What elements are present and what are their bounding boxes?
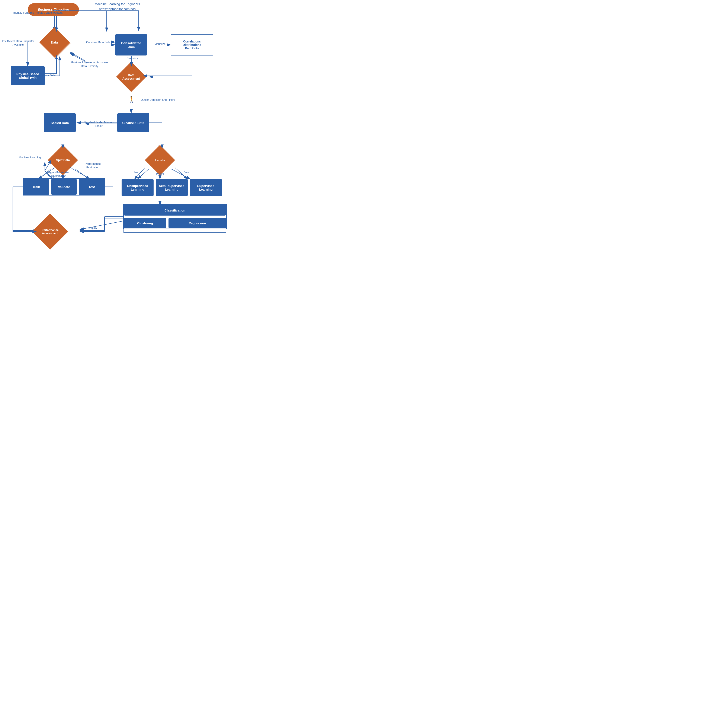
train-node: Train bbox=[23, 179, 49, 195]
split-data-label: Split Data bbox=[56, 158, 70, 162]
data-diamond-label: Data bbox=[51, 40, 58, 44]
no-label: No bbox=[132, 171, 140, 174]
regression-node: Regression bbox=[169, 218, 226, 228]
classification-node: Classification bbox=[124, 205, 226, 215]
combine-data-label: Combine Data Sets bbox=[83, 40, 113, 44]
performance-assessment-diamond: Performance Assessment bbox=[36, 218, 64, 246]
feature-engineering-label: Feature Engineering Increase Data Divers… bbox=[68, 61, 111, 68]
statistics-label: Statistics bbox=[124, 56, 141, 60]
validate-node: Validate bbox=[51, 179, 77, 195]
data-assessment-diamond: Data Assessment bbox=[121, 66, 142, 88]
scaled-data-node: Scaled Data bbox=[44, 113, 76, 132]
partial-label: Partial bbox=[154, 172, 166, 176]
cleansed-data-node: Cleansed Data bbox=[117, 113, 149, 132]
hyper-param-label: Hyper-Parameter Optimization bbox=[45, 171, 72, 178]
identify-features-label: Identify Features (Inputs), Label (Outpu… bbox=[4, 11, 72, 15]
header-title: Machine Learning for Engineers https://a… bbox=[83, 2, 151, 11]
svg-line-61 bbox=[71, 52, 85, 61]
data-assessment-label: Data Assessment bbox=[121, 74, 142, 80]
supervised-node: Supervised Learning bbox=[190, 179, 222, 196]
consolidated-data-node: Consolidated Data bbox=[115, 34, 147, 55]
yes-label: Yes bbox=[182, 171, 191, 174]
performance-eval-label: Performance Evaluation bbox=[79, 162, 107, 169]
insufficient-data-label: Insufficient Data Simulator Available bbox=[1, 39, 35, 47]
person-icon: 🚶 bbox=[128, 96, 135, 103]
diagram-container: Machine Learning for Engineers https://a… bbox=[0, 0, 235, 256]
unsupervised-node: Unsupervised Learning bbox=[122, 179, 154, 196]
simulate-data-label: Simulate Data bbox=[36, 74, 58, 77]
standard-scaler-label: Standard Scaler Minmax Scaler bbox=[81, 121, 116, 128]
clustering-node: Clustering bbox=[124, 218, 166, 228]
visualize-label: Visualize bbox=[149, 42, 171, 46]
labels-diamond: Labels bbox=[148, 148, 172, 172]
machine-learning-label: Machine Learning bbox=[17, 156, 43, 159]
deploy-label: Deploy bbox=[82, 226, 104, 230]
split-data-diamond: Split Data bbox=[51, 148, 75, 172]
labels-label: Labels bbox=[155, 158, 165, 162]
test-node: Test bbox=[79, 179, 105, 195]
svg-line-20 bbox=[75, 169, 89, 179]
outlier-detection-label: Outlier Detection and Filters bbox=[137, 98, 179, 102]
performance-assessment-label: Performance Assessment bbox=[37, 228, 63, 235]
correlations-node: Correlations Distributions Pair Plots bbox=[171, 34, 213, 55]
semi-supervised-node: Semi-supervised Learning bbox=[156, 179, 188, 196]
